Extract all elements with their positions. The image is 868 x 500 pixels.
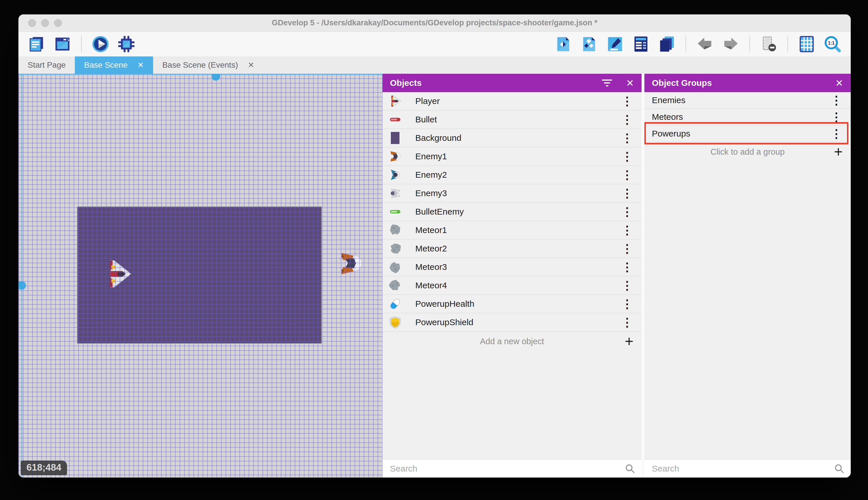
object-name: Meteor1 <box>415 225 619 235</box>
object-menu-dots-icon[interactable]: ⋮ <box>619 114 636 125</box>
add-object-button[interactable]: Add a new object + <box>383 332 642 351</box>
object-name: Bullet <box>415 115 619 124</box>
group-row-meteors[interactable]: Meteors ⋮ <box>644 109 851 126</box>
group-menu-dots-icon[interactable]: ⋮ <box>828 111 845 123</box>
object-name: PowerupShield <box>415 317 619 327</box>
scene-canvas[interactable]: 618;484 <box>19 74 383 478</box>
window-title: GDevelop 5 - /Users/dkarakay/Documents/G… <box>19 14 851 31</box>
object-row-powerupshield[interactable]: PowerupShield ⋮ <box>383 314 642 332</box>
tab-label: Start Page <box>28 60 66 70</box>
object-menu-dots-icon[interactable]: ⋮ <box>619 151 636 162</box>
object-menu-dots-icon[interactable]: ⋮ <box>619 224 636 236</box>
undo-icon[interactable] <box>695 35 714 54</box>
redo-icon[interactable] <box>721 35 740 54</box>
vertical-scroll-thumb[interactable] <box>19 281 26 290</box>
horizontal-scrollbar[interactable] <box>19 74 383 75</box>
enemy-ship-instance[interactable] <box>338 251 362 276</box>
close-panel-icon[interactable]: ✕ <box>835 78 843 88</box>
tab-label: Base Scene (Events) <box>162 60 238 70</box>
horizontal-scroll-thumb[interactable] <box>212 74 220 81</box>
meteor-rock-thumbnail <box>388 260 402 274</box>
object-menu-dots-icon[interactable]: ⋮ <box>619 280 636 291</box>
debug-icon[interactable] <box>117 35 136 54</box>
object-menu-dots-icon[interactable]: ⋮ <box>619 298 636 310</box>
gray-enemy-ship-thumbnail <box>388 186 402 200</box>
object-name: Meteor4 <box>415 281 619 290</box>
zoom-1-1-icon[interactable]: 1:1 <box>823 35 842 54</box>
object-name: BulletEnemy <box>415 207 619 217</box>
filter-icon[interactable] <box>602 79 612 87</box>
objects-search-bar <box>383 459 642 478</box>
mask-icon[interactable] <box>759 35 778 54</box>
groups-search-input[interactable] <box>652 464 834 474</box>
object-menu-dots-icon[interactable]: ⋮ <box>619 169 636 181</box>
object-name: PowerupHealth <box>415 299 619 309</box>
group-row-powerups[interactable]: Powerups ⋮ <box>644 126 851 142</box>
player-ship-instance[interactable] <box>105 260 131 288</box>
object-row-poweruphealth[interactable]: PowerupHealth ⋮ <box>383 295 642 314</box>
object-name: Meteor3 <box>415 262 619 272</box>
object-row-player[interactable]: Player ⋮ <box>383 92 642 111</box>
group-menu-dots-icon[interactable]: ⋮ <box>828 94 845 106</box>
close-tab-icon[interactable]: ✕ <box>248 60 255 70</box>
tab-base-scene[interactable]: Base Scene ✕ <box>75 56 153 74</box>
instances-list-icon[interactable] <box>631 35 650 54</box>
toolbar-divider <box>81 36 82 53</box>
group-row-enemies[interactable]: Enemies ⋮ <box>644 92 851 109</box>
vertical-scrollbar[interactable] <box>21 74 22 478</box>
object-menu-dots-icon[interactable]: ⋮ <box>619 132 636 144</box>
close-panel-icon[interactable]: ✕ <box>626 78 634 88</box>
add-group-button[interactable]: Click to add a group + <box>644 142 851 161</box>
object-row-meteor2[interactable]: Meteor2 ⋮ <box>383 240 642 258</box>
panel-divider[interactable] <box>642 74 644 478</box>
object-menu-dots-icon[interactable]: ⋮ <box>619 188 636 199</box>
groups-search-bar <box>644 459 851 478</box>
layers-icon[interactable] <box>657 35 676 54</box>
project-manager-icon[interactable] <box>27 35 46 54</box>
search-icon <box>625 463 635 474</box>
scene-window-icon[interactable] <box>53 35 72 54</box>
toolbar: 1:1 <box>19 32 851 56</box>
toolbar-divider <box>749 36 750 53</box>
object-menu-dots-icon[interactable]: ⋮ <box>619 243 636 254</box>
toolbar-left-group <box>27 35 136 54</box>
object-menu-dots-icon[interactable]: ⋮ <box>619 206 636 217</box>
objects-panel: Objects ✕ Player ⋮ <box>383 74 642 478</box>
object-row-bulletenemy[interactable]: BulletEnemy ⋮ <box>383 203 642 221</box>
groups-panel-empty-area <box>644 161 851 459</box>
objects-panel-title: Objects <box>390 78 602 88</box>
object-row-enemy3[interactable]: Enemy3 ⋮ <box>383 184 642 203</box>
object-name: Enemy2 <box>415 170 619 180</box>
titlebar: GDevelop 5 - /Users/dkarakay/Documents/G… <box>19 14 851 32</box>
object-row-bullet[interactable]: Bullet ⋮ <box>383 111 642 129</box>
object-menu-dots-icon[interactable]: ⋮ <box>619 261 636 273</box>
groups-list: Enemies ⋮ Meteors ⋮ Powerups ⋮ Click to … <box>644 92 851 161</box>
object-row-meteor1[interactable]: Meteor1 ⋮ <box>383 221 642 240</box>
object-row-enemy1[interactable]: Enemy1 ⋮ <box>383 147 642 166</box>
objects-search-input[interactable] <box>390 464 625 474</box>
toolbar-divider <box>685 36 686 53</box>
zoom-ratio-label: 1:1 <box>828 41 835 46</box>
object-menu-dots-icon[interactable]: ⋮ <box>619 95 636 107</box>
close-tab-icon[interactable]: ✕ <box>137 60 144 70</box>
grid-icon[interactable] <box>797 35 816 54</box>
add-multiple-objects-icon[interactable] <box>579 35 599 54</box>
object-menu-dots-icon[interactable]: ⋮ <box>619 317 636 328</box>
tab-start-page[interactable]: Start Page <box>19 56 75 74</box>
object-row-meteor4[interactable]: Meteor4 ⋮ <box>383 276 642 295</box>
tab-base-scene-events[interactable]: Base Scene (Events) ✕ <box>153 56 263 74</box>
edit-scene-icon[interactable] <box>606 35 624 54</box>
groups-panel-header: Object Groups ✕ <box>644 74 851 92</box>
add-group-label: Click to add a group <box>711 147 785 157</box>
group-menu-dots-icon[interactable]: ⋮ <box>828 128 845 139</box>
object-name: Enemy3 <box>415 189 619 198</box>
orange-enemy-ship-thumbnail <box>388 149 402 163</box>
add-object-icon[interactable] <box>554 35 573 54</box>
play-icon[interactable] <box>91 35 110 54</box>
object-row-enemy2[interactable]: Enemy2 ⋮ <box>383 166 642 184</box>
object-row-background[interactable]: Background ⋮ <box>383 129 642 147</box>
objects-list: Player ⋮ Bullet ⋮ Background ⋮ <box>383 92 642 351</box>
object-row-meteor3[interactable]: Meteor3 ⋮ <box>383 258 642 276</box>
cursor-coordinates-badge: 618;484 <box>21 461 67 475</box>
toolbar-divider <box>787 36 788 53</box>
